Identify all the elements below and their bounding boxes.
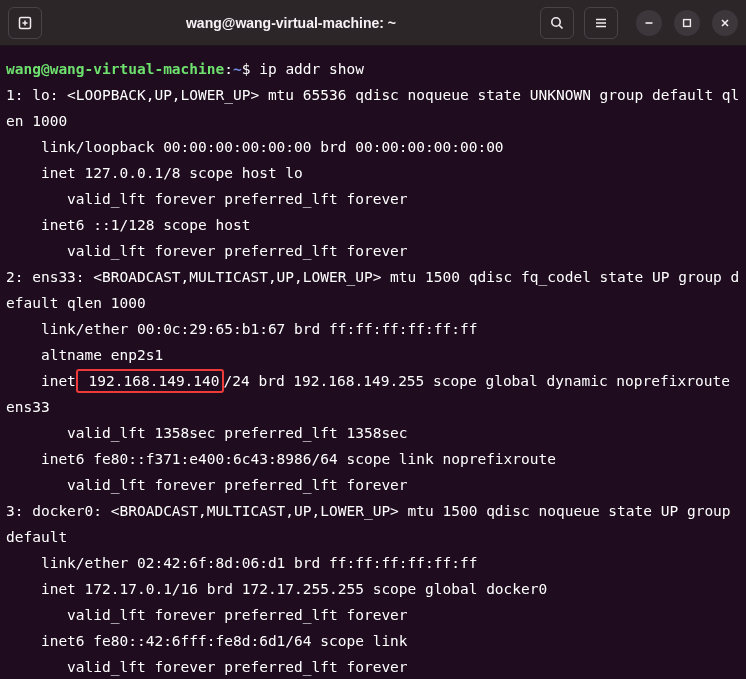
output-line: valid_lft 1358sec preferred_lft 1358sec bbox=[6, 420, 740, 446]
output-line: inet6 ::1/128 scope host bbox=[6, 212, 740, 238]
output-line: valid_lft forever preferred_lft forever bbox=[6, 186, 740, 212]
close-button[interactable] bbox=[712, 10, 738, 36]
output-line: altname enp2s1 bbox=[6, 342, 740, 368]
maximize-button[interactable] bbox=[674, 10, 700, 36]
new-tab-icon bbox=[17, 15, 33, 31]
output-line: valid_lft forever preferred_lft forever bbox=[6, 472, 740, 498]
prompt-line: wang@wang-virtual-machine:~$ ip addr sho… bbox=[6, 56, 740, 82]
output-line: valid_lft forever preferred_lft forever bbox=[6, 602, 740, 628]
minimize-icon bbox=[644, 18, 654, 28]
output-line-highlighted: inet 192.168.149.140/24 brd 192.168.149.… bbox=[6, 368, 740, 420]
output-line: link/ether 00:0c:29:65:b1:67 brd ff:ff:f… bbox=[6, 316, 740, 342]
output-line: inet 127.0.0.1/8 scope host lo bbox=[6, 160, 740, 186]
prompt-user-host: wang@wang-virtual-machine bbox=[6, 61, 224, 77]
new-tab-button[interactable] bbox=[8, 7, 42, 39]
maximize-icon bbox=[682, 18, 692, 28]
hamburger-icon bbox=[593, 15, 609, 31]
close-icon bbox=[720, 18, 730, 28]
output-line: valid_lft forever preferred_lft forever bbox=[6, 654, 740, 679]
output-line: 1: lo: <LOOPBACK,UP,LOWER_UP> mtu 65536 … bbox=[6, 82, 740, 134]
output-line: inet 172.17.0.1/16 brd 172.17.255.255 sc… bbox=[6, 576, 740, 602]
menu-button[interactable] bbox=[584, 7, 618, 39]
prompt-path: ~ bbox=[233, 61, 242, 77]
terminal-area[interactable]: wang@wang-virtual-machine:~$ ip addr sho… bbox=[0, 46, 746, 679]
output-line: link/ether 02:42:6f:8d:06:d1 brd ff:ff:f… bbox=[6, 550, 740, 576]
output-line: valid_lft forever preferred_lft forever bbox=[6, 238, 740, 264]
command-text: ip addr show bbox=[259, 61, 364, 77]
search-button[interactable] bbox=[540, 7, 574, 39]
output-line: 2: ens33: <BROADCAST,MULTICAST,UP,LOWER_… bbox=[6, 264, 740, 316]
titlebar-right bbox=[540, 7, 738, 39]
prompt-colon: : bbox=[224, 61, 233, 77]
titlebar: wang@wang-virtual-machine: ~ bbox=[0, 0, 746, 46]
output-line: inet6 fe80::f371:e400:6c43:8986/64 scope… bbox=[6, 446, 740, 472]
svg-rect-2 bbox=[684, 19, 691, 26]
output-segment: inet bbox=[6, 373, 76, 389]
output-line: 3: docker0: <BROADCAST,MULTICAST,UP,LOWE… bbox=[6, 498, 740, 550]
prompt-dollar: $ bbox=[242, 61, 259, 77]
ip-highlight-box: 192.168.149.140 bbox=[76, 369, 224, 393]
search-icon bbox=[549, 15, 565, 31]
window-controls bbox=[636, 10, 738, 36]
svg-point-1 bbox=[552, 17, 560, 25]
titlebar-left bbox=[8, 7, 42, 39]
output-line: inet6 fe80::42:6fff:fe8d:6d1/64 scope li… bbox=[6, 628, 740, 654]
window-title: wang@wang-virtual-machine: ~ bbox=[50, 15, 532, 31]
output-line: link/loopback 00:00:00:00:00:00 brd 00:0… bbox=[6, 134, 740, 160]
minimize-button[interactable] bbox=[636, 10, 662, 36]
